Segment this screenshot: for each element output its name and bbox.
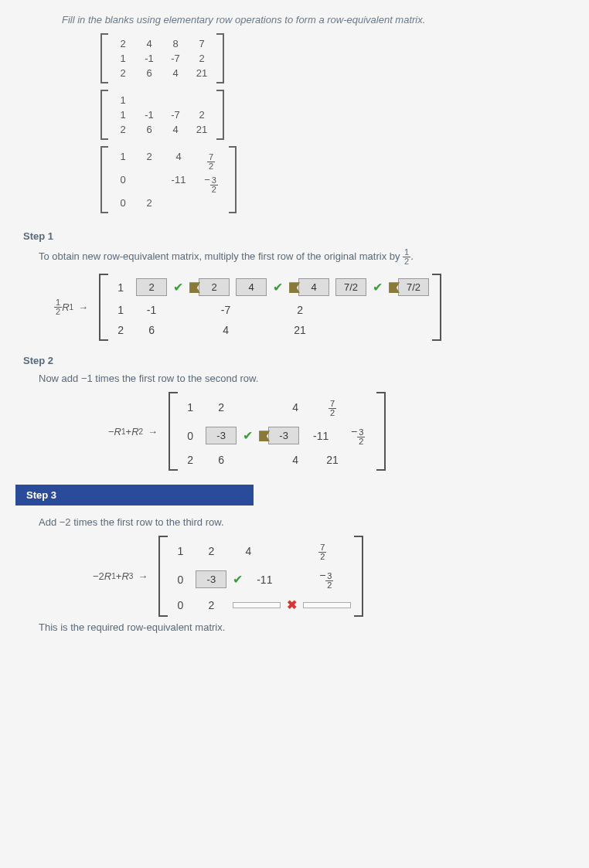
step2-input-2[interactable]: -3 <box>268 427 299 444</box>
check-icon: ✔ <box>243 428 253 443</box>
step1-equation: 12R1→ 1 2✔ 2 4✔ 4 7/2✔ 7/2 1-1-72 26421 <box>54 274 574 341</box>
step2-input-1[interactable]: -3 <box>206 427 237 444</box>
matrix-1: 2487 1-1-72 26421 <box>100 33 224 83</box>
step1-text: To obtain new row-equivalent matrix, mul… <box>39 248 574 266</box>
step1-input-1[interactable]: 2 <box>136 278 167 296</box>
step3-text: Add −2 times the first row to the third … <box>39 516 574 528</box>
step1-input-2[interactable]: 2 <box>199 278 230 296</box>
step2-heading: Step 2 <box>23 355 574 366</box>
step2-equation: −R1 + R2→ 12472 0 -3✔ -3 -11 −32 26421 <box>108 392 574 471</box>
step3-input-2[interactable] <box>233 602 281 608</box>
step2-text: Now add −1 times the first row to the se… <box>39 373 574 384</box>
step3-heading: Step 3 <box>15 485 254 505</box>
check-icon: ✔ <box>173 280 183 294</box>
instruction: Fill in the blanks using elementary row … <box>62 14 574 26</box>
step1-heading: Step 1 <box>23 230 574 242</box>
matrix-3: 12472 0-11−32 02 <box>100 146 237 213</box>
matrix-2: 1 1-1-72 26421 <box>100 90 224 140</box>
check-icon: ✔ <box>273 280 283 294</box>
step1-input-5[interactable]: 7/2 <box>335 278 366 296</box>
step3-input-3[interactable] <box>303 602 351 608</box>
check-icon: ✔ <box>373 280 383 294</box>
step1-input-4[interactable]: 4 <box>298 278 329 296</box>
step3-input-1[interactable]: -3 <box>196 570 226 588</box>
step3-conclusion: This is the required row-equivalent matr… <box>39 621 574 633</box>
step1-input-6[interactable]: 7/2 <box>398 278 429 296</box>
step3-equation: −2R1 + R3→ 12472 0 -3✔ -11 −32 0 2 ✖ <box>93 536 574 617</box>
check-icon: ✔ <box>233 572 243 587</box>
cross-icon: ✖ <box>287 597 297 612</box>
step1-input-3[interactable]: 4 <box>236 278 267 296</box>
